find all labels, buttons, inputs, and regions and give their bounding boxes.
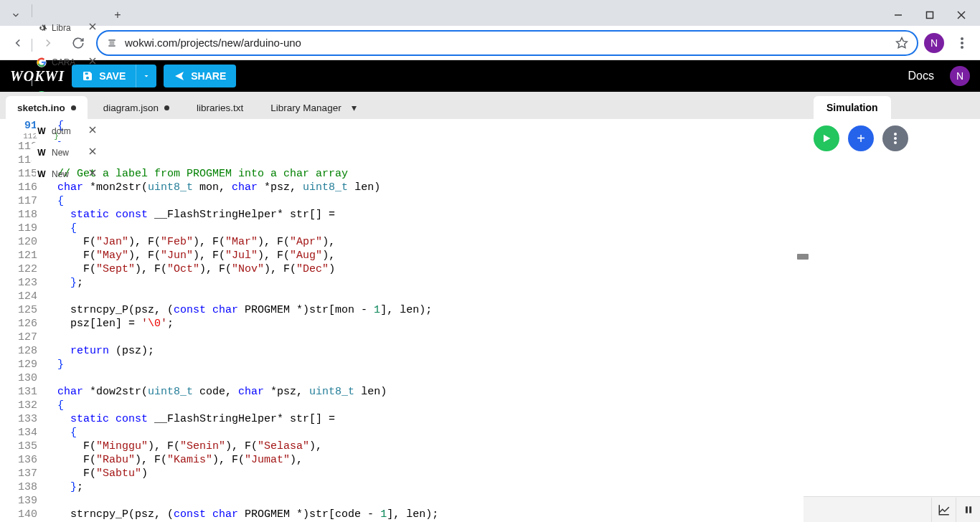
tab-close-button[interactable] bbox=[89, 169, 99, 179]
code-line[interactable]: static const __FlashStringHelper* str[] … bbox=[44, 208, 804, 222]
line-number: 129 bbox=[0, 358, 37, 371]
browser-tab[interactable]: W New bbox=[32, 142, 103, 163]
pane-splitter-handle[interactable] bbox=[797, 254, 809, 260]
code-line[interactable]: strncpy_P(psz, (const char PROGMEM *)str… bbox=[44, 508, 804, 521]
code-line[interactable]: F("Sabtu") bbox=[44, 467, 804, 480]
code-line[interactable]: F("Rabu"), F("Kamis"), F("Jumat"), bbox=[44, 453, 804, 467]
pause-icon bbox=[963, 505, 974, 515]
run-simulation-button[interactable] bbox=[814, 125, 839, 151]
svg-point-42 bbox=[961, 46, 963, 49]
svg-marker-44 bbox=[824, 135, 830, 143]
tab-favicon: W bbox=[36, 169, 47, 180]
code-line[interactable] bbox=[44, 290, 804, 303]
tab-close-button[interactable] bbox=[89, 126, 99, 136]
code-line[interactable]: // Get a label from PROGMEM into a char … bbox=[44, 167, 804, 181]
dirty-indicator-icon bbox=[71, 105, 76, 110]
line-number: 127 bbox=[0, 331, 37, 344]
svg-marker-43 bbox=[145, 75, 149, 77]
code-line[interactable]: F("Jan"), F("Feb"), F("Mar"), F("Apr"), bbox=[44, 235, 804, 249]
code-line[interactable]: char *dow2str(uint8_t code, char *psz, u… bbox=[44, 385, 804, 399]
browser-menu-button[interactable] bbox=[950, 37, 974, 49]
save-dropdown-button[interactable] bbox=[136, 65, 156, 87]
file-tab-label: libraries.txt bbox=[197, 103, 243, 113]
site-info-icon[interactable] bbox=[106, 37, 118, 49]
browser-tab[interactable]: W New bbox=[32, 163, 103, 185]
window-close-button[interactable] bbox=[946, 4, 977, 26]
browser-tab[interactable]: 🦁 Matri bbox=[32, 0, 103, 4]
code-line[interactable]: psz[len] = '\0'; bbox=[44, 317, 804, 331]
tab-close-button[interactable] bbox=[89, 148, 99, 158]
chart-icon bbox=[938, 503, 951, 516]
plotter-button[interactable] bbox=[931, 498, 956, 522]
code-line[interactable]: strncpy_P(psz, (const char PROGMEM *)str… bbox=[44, 303, 804, 317]
address-bar[interactable]: wokwi.com/projects/new/arduino-uno bbox=[96, 30, 918, 56]
tab-favicon: W bbox=[36, 125, 47, 137]
url-text: wokwi.com/projects/new/arduino-uno bbox=[125, 37, 888, 49]
browser-tab[interactable]: Libra bbox=[32, 17, 103, 39]
code-line[interactable]: { bbox=[44, 426, 804, 440]
svg-point-47 bbox=[894, 141, 897, 144]
code-line[interactable]: }; bbox=[44, 276, 804, 290]
code-line[interactable]: return (psz); bbox=[44, 344, 804, 358]
window-maximize-button[interactable] bbox=[914, 4, 946, 26]
code-line[interactable]: char *mon2str(uint8_t mon, char *psz, ui… bbox=[44, 181, 804, 194]
code-line[interactable] bbox=[44, 494, 804, 508]
file-tab[interactable]: libraries.txt bbox=[185, 96, 255, 119]
code-line[interactable]: }; bbox=[44, 480, 804, 494]
code-line[interactable]: F("May"), F("Jun"), F("Jul"), F("Aug"), bbox=[44, 249, 804, 262]
code-line[interactable]: { bbox=[44, 119, 804, 133]
code-line[interactable]: } bbox=[44, 133, 804, 140]
tab-favicon bbox=[36, 22, 47, 34]
code-line[interactable]: F("Minggu"), F("Senin"), F("Selasa"), bbox=[44, 440, 804, 453]
file-tab[interactable]: sketch.ino bbox=[6, 96, 88, 119]
code-line[interactable]: { bbox=[44, 399, 804, 412]
code-line[interactable]: F("Sept"), F("Oct"), F("Nov"), F("Dec") bbox=[44, 262, 804, 276]
add-component-button[interactable]: + bbox=[848, 125, 874, 151]
code-line[interactable]: } bbox=[44, 140, 804, 153]
share-button[interactable]: SHARE bbox=[164, 65, 236, 87]
line-number: 124 bbox=[0, 290, 37, 303]
line-number: 130 bbox=[0, 371, 37, 385]
simulation-tab[interactable]: Simulation bbox=[814, 96, 891, 119]
line-number: 133 bbox=[0, 412, 37, 426]
pause-button[interactable] bbox=[956, 498, 980, 522]
chevron-down-icon bbox=[142, 72, 151, 80]
profile-avatar[interactable]: N bbox=[924, 33, 944, 53]
code-editor[interactable]: 9111211311411511611711811912012112212312… bbox=[0, 119, 804, 522]
code-line[interactable]: { bbox=[44, 194, 804, 208]
browser-tab[interactable]: W dotm bbox=[32, 120, 103, 142]
tab-close-button[interactable] bbox=[89, 23, 99, 33]
window-minimize-button[interactable] bbox=[882, 4, 914, 26]
browser-tab[interactable]: CARA bbox=[32, 52, 103, 73]
svg-text:W: W bbox=[37, 148, 46, 158]
line-number: 138 bbox=[0, 480, 37, 494]
new-tab-button[interactable]: + bbox=[108, 5, 128, 25]
line-number: 118 bbox=[0, 208, 37, 222]
code-line[interactable] bbox=[44, 331, 804, 344]
nav-back-button[interactable] bbox=[6, 31, 30, 55]
line-number: 122 bbox=[0, 262, 37, 276]
code-line[interactable] bbox=[44, 153, 804, 167]
file-tab[interactable]: diagram.json bbox=[92, 96, 181, 119]
simulation-panel: Simulation + bbox=[804, 92, 980, 522]
code-line[interactable] bbox=[44, 371, 804, 385]
tab-close-button[interactable] bbox=[89, 57, 99, 67]
tab-title: CARA bbox=[52, 57, 85, 67]
bookmark-star-icon[interactable] bbox=[895, 37, 908, 49]
line-number: 119 bbox=[0, 222, 37, 235]
simulation-canvas[interactable] bbox=[804, 158, 980, 496]
simulation-options-button[interactable] bbox=[882, 125, 908, 151]
file-tab[interactable]: Library Manager ▾ bbox=[259, 96, 367, 119]
app-avatar[interactable]: N bbox=[950, 66, 970, 86]
docs-link[interactable]: Docs bbox=[908, 70, 934, 82]
code-content[interactable]: { } } // Get a label from PROGMEM into a… bbox=[44, 119, 804, 522]
code-line[interactable]: { bbox=[44, 222, 804, 235]
tab-title: New bbox=[52, 169, 85, 179]
file-tab-label: Library Manager bbox=[270, 103, 341, 113]
play-icon bbox=[821, 133, 832, 144]
line-number: 125 bbox=[0, 303, 37, 317]
code-line[interactable]: } bbox=[44, 358, 804, 371]
code-line[interactable]: static const __FlashStringHelper* str[] … bbox=[44, 412, 804, 426]
svg-point-40 bbox=[961, 37, 963, 40]
tab-search-button[interactable] bbox=[3, 5, 29, 25]
